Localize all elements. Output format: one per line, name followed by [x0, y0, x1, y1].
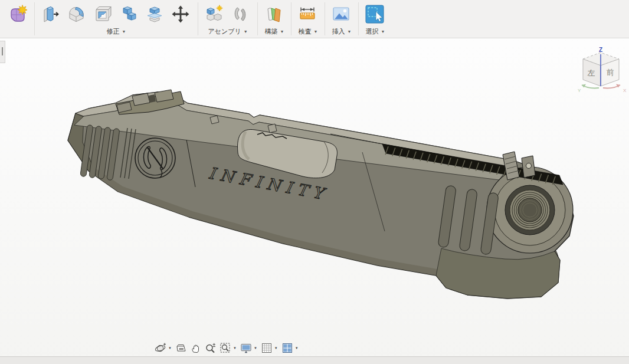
main-toolbar: 修正 ▼ — [0, 0, 629, 38]
new-component-button[interactable] — [202, 2, 227, 27]
view-cube[interactable]: Z 左 前 Y X — [574, 45, 628, 99]
construct-label: 構築 — [265, 27, 278, 36]
new-component-icon — [204, 4, 224, 24]
inspect-label: 検査 — [299, 27, 312, 36]
modify-dropdown[interactable]: 修正 ▼ — [107, 27, 126, 37]
insert-label: 挿入 — [332, 27, 345, 36]
toolbar-separator — [358, 2, 359, 35]
select-icon — [365, 4, 385, 24]
viewports-icon — [281, 342, 293, 354]
joint-icon — [230, 4, 250, 24]
toolbar-separator — [198, 2, 198, 35]
split-body-button[interactable] — [143, 2, 168, 27]
construct-dropdown[interactable]: 構築 ▼ — [265, 27, 284, 37]
viewports-button[interactable] — [280, 341, 294, 355]
grid-icon — [261, 342, 273, 354]
x-axis-label: X — [623, 88, 627, 93]
toolbar-group-create-form — [2, 0, 33, 38]
joint-button[interactable] — [228, 2, 253, 27]
viewport-canvas[interactable]: INFINITY Z 左 前 Y X — [0, 39, 629, 364]
toolbar-group-modify: 修正 ▼ — [36, 0, 196, 38]
look-at-icon — [175, 342, 187, 354]
look-at-button[interactable] — [174, 341, 188, 355]
front-face-label: 前 — [607, 68, 614, 77]
y-axis-label: Y — [578, 88, 581, 93]
toolbar-separator — [325, 2, 325, 35]
split-body-icon — [145, 4, 165, 24]
fit-dropdown-caret[interactable]: ▼ — [233, 346, 237, 350]
create-form-icon — [7, 4, 27, 24]
zoom-button[interactable] — [204, 341, 218, 355]
insert-image-icon — [331, 4, 351, 24]
browser-panel-handle[interactable] — [0, 41, 5, 63]
display-settings-dropdown-caret[interactable]: ▼ — [254, 346, 257, 350]
pistol-slide-model: INFINITY — [0, 39, 629, 364]
grid-display-button[interactable] — [260, 341, 274, 355]
bottom-panel-strip — [0, 356, 629, 364]
toolbar-group-construct: 構築 ▼ — [259, 0, 290, 38]
select-button[interactable] — [363, 2, 388, 27]
create-form-button[interactable] — [5, 2, 30, 27]
display-settings-icon — [240, 342, 252, 354]
fit-button[interactable] — [218, 341, 232, 355]
fusion-window: 修正 ▼ — [0, 0, 629, 364]
combine-icon — [119, 4, 139, 24]
chevron-down-icon: ▼ — [122, 29, 126, 34]
shell-icon — [93, 4, 113, 24]
construct-plane-icon — [264, 4, 284, 24]
toolbar-group-inspect: 検査 ▼ — [293, 0, 323, 38]
chevron-down-icon: ▼ — [244, 29, 248, 34]
toolbar-group-select: 選択 ▼ — [360, 0, 391, 38]
z-axis-label: Z — [599, 47, 602, 53]
fit-icon — [220, 342, 231, 354]
toolbar-group-insert: 挿入 ▼ — [326, 0, 357, 38]
grid-dropdown-caret[interactable]: ▼ — [274, 346, 278, 350]
assembly-dropdown[interactable]: アセンブリ ▼ — [208, 27, 247, 37]
measure-button[interactable] — [296, 2, 320, 27]
chevron-down-icon: ▼ — [314, 29, 318, 34]
measure-icon — [297, 4, 317, 24]
orbit-dropdown-caret[interactable]: ▼ — [168, 346, 172, 350]
toolbar-group-assembly: アセンブリ ▼ — [199, 0, 256, 38]
insert-image-button[interactable] — [329, 2, 354, 27]
fillet-icon — [67, 4, 87, 24]
combine-button[interactable] — [117, 2, 142, 27]
navigation-bar: ▼ — [153, 341, 300, 355]
toolbar-separator — [291, 2, 291, 35]
shell-button[interactable] — [91, 2, 116, 27]
toolbar-separator — [34, 2, 35, 35]
insert-dropdown[interactable]: 挿入 ▼ — [332, 27, 352, 37]
press-pull-button[interactable] — [39, 2, 64, 27]
left-face-label: 左 — [588, 68, 595, 77]
fillet-button[interactable] — [65, 2, 90, 27]
toolbar-separator — [257, 2, 258, 35]
chevron-down-icon: ▼ — [348, 29, 352, 34]
assembly-label: アセンブリ — [208, 27, 241, 36]
construct-plane-button[interactable] — [262, 2, 287, 27]
chevron-down-icon: ▼ — [381, 29, 385, 34]
display-settings-button[interactable] — [239, 341, 253, 355]
move-icon — [171, 4, 191, 24]
press-pull-icon — [41, 4, 61, 24]
chevron-down-icon: ▼ — [280, 29, 284, 34]
pan-button[interactable] — [189, 341, 203, 355]
viewports-dropdown-caret[interactable]: ▼ — [295, 346, 299, 350]
pan-icon — [190, 342, 202, 354]
orbit-button[interactable] — [153, 341, 168, 355]
inspect-dropdown[interactable]: 検査 ▼ — [299, 27, 318, 37]
move-button[interactable] — [169, 2, 194, 27]
modify-label: 修正 — [107, 27, 120, 36]
select-label: 選択 — [366, 27, 379, 36]
zoom-icon — [205, 342, 217, 354]
select-dropdown[interactable]: 選択 ▼ — [366, 27, 385, 37]
orbit-icon — [155, 342, 166, 354]
